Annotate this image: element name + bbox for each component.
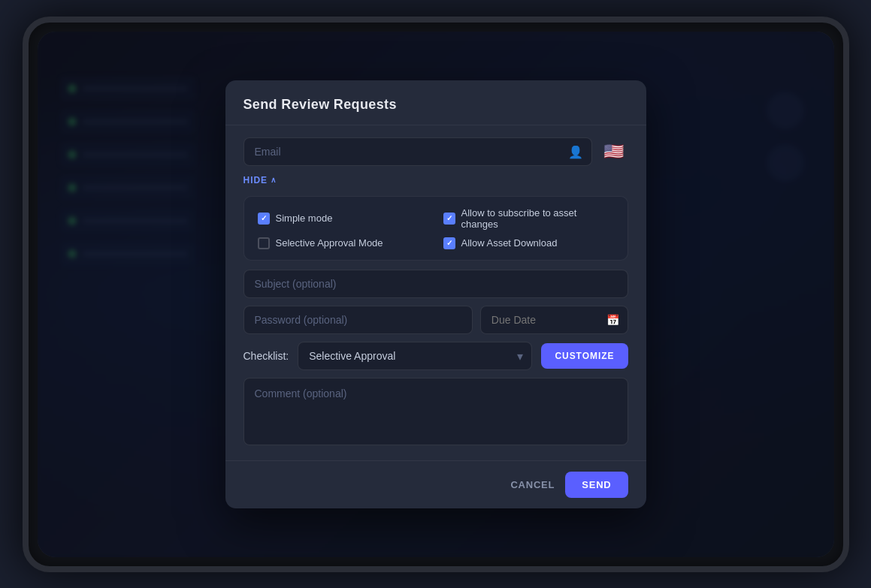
due-date-wrapper: 📅 (480, 306, 628, 334)
checklist-row: Checklist: Selective Approval Full Appro… (243, 342, 628, 370)
send-button[interactable]: SEND (565, 472, 628, 498)
chevron-up-icon: ∧ (271, 176, 277, 184)
tablet-screen: Send Review Requests 👤 🇺🇸 HIDE (38, 32, 834, 557)
checklist-select[interactable]: Selective Approval Full Approval Quick R… (298, 342, 532, 370)
calendar-icon: 📅 (606, 314, 619, 326)
checklist-label: Checklist: (243, 350, 289, 362)
subscribe-changes-indicator (443, 213, 455, 225)
comment-textarea[interactable] (243, 378, 628, 445)
customize-button[interactable]: CUSTOMIZE (541, 343, 628, 369)
password-input[interactable] (243, 306, 473, 334)
email-input[interactable] (243, 137, 592, 166)
send-review-modal: Send Review Requests 👤 🇺🇸 HIDE (225, 80, 646, 508)
options-panel: Simple mode Allow to subscribe to asset … (243, 196, 628, 261)
password-duedate-row: 📅 (243, 306, 628, 334)
flag-icon: 🇺🇸 (603, 142, 624, 161)
options-grid: Simple mode Allow to subscribe to asset … (258, 207, 614, 249)
person-icon: 👤 (568, 144, 583, 158)
simple-mode-checkbox[interactable]: Simple mode (258, 207, 428, 230)
modal-footer: CANCEL SEND (225, 460, 646, 508)
cancel-button[interactable]: CANCEL (510, 479, 555, 490)
selective-approval-mode-label: Selective Approval Mode (276, 237, 383, 249)
subscribe-changes-label: Allow to subscribe to asset changes (461, 207, 614, 230)
allow-download-checkbox[interactable]: Allow Asset Download (443, 237, 614, 249)
selective-approval-mode-checkbox[interactable]: Selective Approval Mode (258, 237, 428, 249)
allow-download-label: Allow Asset Download (461, 237, 558, 249)
tablet-device: Send Review Requests 👤 🇺🇸 HIDE (23, 17, 849, 572)
modal-title: Send Review Requests (243, 97, 628, 113)
modal-header: Send Review Requests (225, 80, 646, 125)
modal-body: 👤 🇺🇸 HIDE ∧ (225, 125, 646, 460)
simple-mode-label: Simple mode (276, 213, 333, 224)
allow-download-indicator (443, 237, 455, 249)
checklist-select-wrapper: Selective Approval Full Approval Quick R… (298, 342, 532, 370)
email-input-wrapper: 👤 (243, 137, 592, 166)
language-flag-button[interactable]: 🇺🇸 (600, 137, 628, 166)
email-row: 👤 🇺🇸 (243, 137, 628, 166)
simple-mode-indicator (258, 213, 270, 225)
side-button (26, 279, 29, 309)
hide-toggle-button[interactable]: HIDE ∧ (243, 175, 277, 185)
subject-input[interactable] (243, 270, 628, 298)
hide-label: HIDE (243, 175, 268, 185)
subscribe-changes-checkbox[interactable]: Allow to subscribe to asset changes (443, 207, 614, 230)
selective-approval-mode-indicator (258, 237, 270, 249)
